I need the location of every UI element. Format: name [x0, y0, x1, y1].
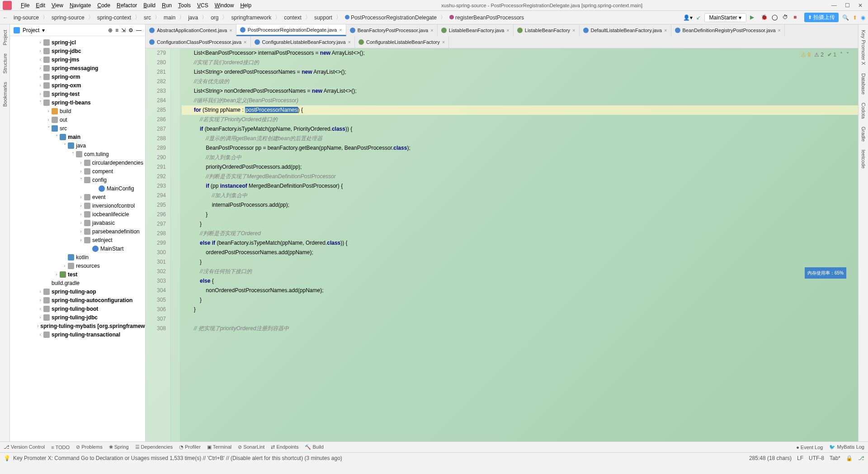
select-opened-icon[interactable]: ⊕: [108, 27, 113, 33]
tree-node[interactable]: MainConfig: [10, 184, 145, 193]
run-icon[interactable]: ▶: [750, 14, 757, 21]
bottom-tab-version-control[interactable]: ⎇ Version Control: [4, 444, 45, 450]
breadcrumb-item[interactable]: spring-context: [94, 14, 134, 22]
right-tab-database[interactable]: Database: [860, 71, 867, 96]
tab-close-icon[interactable]: ×: [430, 28, 433, 33]
tree-node[interactable]: ›spring-tuling-jdbc: [10, 313, 145, 322]
readonly-icon[interactable]: 🔒: [846, 455, 853, 461]
tab-close-icon[interactable]: ×: [229, 28, 232, 33]
editor-tab[interactable]: ListableBeanFactory.java×: [438, 24, 514, 36]
tree-node[interactable]: ›javabasic: [10, 218, 145, 227]
tree-node[interactable]: ›test: [10, 270, 145, 279]
close-icon[interactable]: ✕: [858, 2, 863, 9]
editor-tab[interactable]: ConfigurationClassPostProcessor.java×: [146, 36, 251, 48]
tree-node[interactable]: ˅config: [10, 175, 145, 184]
tree-node[interactable]: ›spring-orm: [10, 72, 145, 81]
dropdown-icon[interactable]: ▾: [42, 27, 45, 33]
search-icon[interactable]: 🔍: [842, 14, 849, 21]
tab-close-icon[interactable]: ×: [778, 28, 781, 33]
tree-node[interactable]: MainStart: [10, 244, 145, 253]
upload-badge[interactable]: ⬆ 拍摄上传: [804, 13, 839, 22]
right-tab-gradle[interactable]: Gradle: [860, 125, 867, 143]
ide-icon[interactable]: ◉: [861, 14, 865, 21]
right-tab-leetcode[interactable]: leetcode: [860, 148, 867, 171]
expand-icon[interactable]: ≡: [115, 27, 118, 33]
tree-node[interactable]: ˅src: [10, 124, 145, 133]
editor-tab[interactable]: ConfigurableListableBeanFactory×: [355, 36, 449, 48]
editor-tab[interactable]: BeanFactoryPostProcessor.java×: [346, 24, 438, 36]
editor-tab[interactable]: BeanDefinitionRegistryPostProcessor.java…: [671, 24, 785, 36]
tab-close-icon[interactable]: ×: [348, 39, 351, 45]
bottom-tab-sonarlint[interactable]: ⊘ SonarLint: [238, 444, 264, 450]
maximize-icon[interactable]: ☐: [845, 2, 850, 9]
breadcrumb-item[interactable]: support: [311, 14, 335, 22]
bottom-tab-spring[interactable]: ❀ Spring: [109, 444, 129, 450]
left-tab-bookmarks[interactable]: Bookmarks: [1, 80, 9, 109]
tree-node[interactable]: ›spring-tuling-boot: [10, 304, 145, 313]
tree-node[interactable]: ›spring-tuling-autoconfiguration: [10, 296, 145, 304]
tab-close-icon[interactable]: ×: [442, 39, 445, 45]
tree-node[interactable]: ›setInject: [10, 236, 145, 244]
tab-close-icon[interactable]: ×: [506, 28, 509, 33]
tree-node[interactable]: ˅java: [10, 141, 145, 150]
run-config-select[interactable]: MainStarter ▾: [704, 13, 746, 22]
tree-node[interactable]: kotlin: [10, 253, 145, 261]
bottom-tab-profiler[interactable]: ◔ Profiler: [179, 444, 201, 450]
menu-tools[interactable]: Tools: [175, 1, 193, 9]
right-tab-codota[interactable]: Codota: [860, 101, 867, 120]
editor-tab[interactable]: ListableBeanFactory×: [514, 24, 580, 36]
up-icon[interactable]: ˄: [840, 50, 843, 60]
tree-node[interactable]: ›circulardependencies: [10, 158, 145, 167]
editor-tab[interactable]: AbstractApplicationContext.java×: [146, 24, 236, 36]
breadcrumb-item[interactable]: java: [185, 14, 201, 22]
bottom-tab-todo[interactable]: ≡ TODO: [51, 445, 70, 450]
tree-node[interactable]: ›spring-jdbc: [10, 47, 145, 55]
menu-vcs[interactable]: VCS: [194, 1, 211, 9]
project-tree[interactable]: ›spring-jcl›spring-jdbc›spring-jms›sprin…: [10, 36, 145, 441]
profile-icon[interactable]: ⏱: [783, 14, 790, 21]
git-icon[interactable]: ⎇: [858, 455, 864, 461]
breadcrumb-item[interactable]: org: [208, 14, 221, 22]
collapse-icon[interactable]: ⇲: [121, 27, 126, 33]
caret-position[interactable]: 285:48 (18 chars): [749, 455, 792, 461]
user-icon[interactable]: 👤▾: [683, 14, 693, 21]
tree-node[interactable]: ›parsebeandefinition: [10, 227, 145, 236]
tree-node[interactable]: ˅main: [10, 133, 145, 141]
bottom-tab-terminal[interactable]: ▣ Terminal: [207, 444, 231, 450]
tree-node[interactable]: ›inversionofcontrol: [10, 201, 145, 210]
hammer-icon[interactable]: ↙: [696, 14, 701, 21]
breadcrumb-item[interactable]: src: [141, 14, 154, 22]
project-label[interactable]: Project: [23, 27, 39, 33]
breadcrumb-item[interactable]: context: [281, 14, 304, 22]
bottom-tab-event-log[interactable]: ● Event Log: [796, 445, 823, 450]
tree-node[interactable]: ˅com.tuling: [10, 150, 145, 158]
left-tab-project[interactable]: Project: [1, 28, 9, 47]
menu-navigate[interactable]: Navigate: [67, 1, 94, 9]
back-icon[interactable]: ←: [3, 14, 8, 21]
tree-node[interactable]: ›spring-tuling-aop: [10, 287, 145, 296]
line-ending[interactable]: LF: [797, 455, 803, 461]
tree-node[interactable]: ›out: [10, 115, 145, 124]
memory-indicator[interactable]: 内存使用率：65%: [805, 267, 846, 279]
down-icon[interactable]: ˅: [846, 50, 849, 60]
menu-edit[interactable]: Edit: [33, 1, 48, 9]
tree-node[interactable]: ›event: [10, 193, 145, 201]
stop-icon[interactable]: ■: [793, 14, 801, 21]
tree-node[interactable]: ›spring-oxm: [10, 81, 145, 90]
tree-node[interactable]: ›spring-tuling-transactional: [10, 330, 145, 339]
menu-build[interactable]: Build: [141, 1, 158, 9]
editor-tab[interactable]: DefaultListableBeanFactory.java×: [580, 24, 671, 36]
tree-node[interactable]: ›spring-jms: [10, 55, 145, 64]
tree-node[interactable]: ›compent: [10, 167, 145, 175]
tree-node[interactable]: ›spring-test: [10, 90, 145, 98]
inspection-summary[interactable]: ⚠ 9 ⚠ 2 ✔ 1 ˄ ˅: [801, 50, 849, 60]
tree-node[interactable]: ›build: [10, 107, 145, 115]
bottom-tab-mybatis-log[interactable]: 🐦 MyBatis Log: [829, 444, 864, 450]
editor-tab[interactable]: PostProcessorRegistrationDelegate.java×: [236, 24, 346, 36]
debug-icon[interactable]: 🐞: [761, 14, 768, 21]
breadcrumb-item[interactable]: spring-source: [49, 14, 87, 22]
tree-node[interactable]: ˅spring-tl-beans: [10, 98, 145, 107]
menu-help[interactable]: Help: [237, 1, 254, 9]
tab-close-icon[interactable]: ×: [664, 28, 667, 33]
code-area[interactable]: 2792802812822832842852862872882892902912…: [146, 48, 858, 441]
